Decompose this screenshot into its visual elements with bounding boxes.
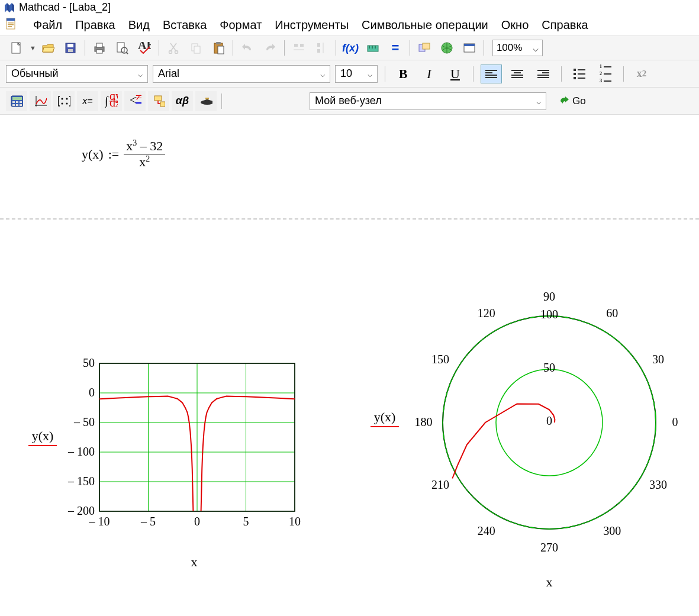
separator bbox=[159, 40, 159, 56]
new-button[interactable] bbox=[6, 38, 27, 57]
svg-rect-22 bbox=[218, 46, 224, 54]
function-button[interactable]: f(x) bbox=[340, 38, 361, 57]
go-arrow-icon bbox=[559, 96, 570, 106]
print-preview-button[interactable] bbox=[111, 38, 133, 57]
svg-text:210: 210 bbox=[431, 478, 449, 491]
menubar: Файл Правка Вид Вставка Формат Инструмен… bbox=[0, 15, 699, 36]
calculus-palette-button[interactable]: ∫dydx bbox=[101, 91, 122, 111]
chevron-down-icon: ⌵ bbox=[368, 69, 372, 79]
svg-text:270: 270 bbox=[540, 541, 558, 554]
menu-symbolics[interactable]: Символьные операции bbox=[362, 18, 488, 32]
svg-point-17 bbox=[175, 51, 178, 54]
open-button[interactable] bbox=[37, 38, 59, 57]
separator bbox=[336, 40, 336, 56]
evaluation-palette-button[interactable]: x= bbox=[77, 91, 98, 111]
document-icon bbox=[5, 17, 18, 33]
undo-button[interactable] bbox=[237, 38, 258, 57]
underline-button[interactable]: U bbox=[444, 64, 466, 83]
svg-rect-3 bbox=[8, 24, 14, 25]
zoom-combo[interactable]: 100% ⌵ bbox=[492, 40, 543, 56]
align-right-button[interactable] bbox=[533, 64, 554, 83]
svg-rect-30 bbox=[369, 46, 370, 49]
separator bbox=[623, 66, 624, 82]
number-list-button[interactable]: 123 bbox=[595, 64, 616, 83]
menu-help[interactable]: Справка bbox=[542, 18, 588, 32]
svg-text:5: 5 bbox=[243, 515, 249, 528]
worksheet[interactable]: y(x) := x3 – 32 x2 y(x) 500– 50– 100– 15… bbox=[0, 115, 699, 576]
menu-insert[interactable]: Вставка bbox=[163, 18, 207, 32]
insert-component-button[interactable] bbox=[459, 38, 480, 57]
svg-rect-7 bbox=[67, 44, 73, 47]
font-size-combo[interactable]: 10 ⌵ bbox=[335, 65, 378, 83]
svg-point-50 bbox=[62, 102, 63, 104]
svg-text:– 5: – 5 bbox=[140, 515, 156, 528]
align-center-button[interactable] bbox=[507, 64, 528, 83]
boolean-palette-button[interactable]: <≠ bbox=[124, 91, 146, 111]
component-button[interactable] bbox=[414, 38, 435, 57]
toolbar-math: x= ∫dydx <≠ αβ Мой веб-узел ⌵ Go bbox=[0, 88, 699, 115]
separator bbox=[233, 40, 233, 56]
svg-text:dx: dx bbox=[109, 96, 118, 108]
calculate-button[interactable]: = bbox=[385, 38, 406, 57]
svg-rect-10 bbox=[96, 43, 102, 47]
symbolic-palette-button[interactable] bbox=[195, 91, 217, 111]
xy-plot-xlabel: x bbox=[58, 554, 330, 570]
separator bbox=[561, 66, 562, 82]
svg-text:50: 50 bbox=[543, 361, 555, 374]
svg-text:– 50: – 50 bbox=[73, 415, 95, 428]
svg-rect-41 bbox=[16, 101, 18, 103]
web-address-combo[interactable]: Мой веб-узел ⌵ bbox=[310, 92, 546, 110]
svg-text:60: 60 bbox=[606, 307, 618, 320]
svg-text:∫: ∫ bbox=[105, 94, 109, 108]
style-combo[interactable]: Обычный ⌵ bbox=[6, 65, 148, 83]
xy-plot-region[interactable]: y(x) 500– 50– 100– 150– 200– 10– 50510 x bbox=[58, 357, 330, 570]
align-horizontal-button[interactable] bbox=[288, 38, 310, 57]
svg-rect-62 bbox=[205, 98, 209, 99]
menu-tools[interactable]: Инструменты bbox=[275, 18, 349, 32]
svg-text:0: 0 bbox=[194, 515, 200, 528]
superscript-button[interactable]: x2 bbox=[631, 64, 652, 83]
reference-button[interactable] bbox=[436, 38, 458, 57]
new-dropdown-icon[interactable]: ▼ bbox=[28, 44, 36, 51]
italic-button[interactable]: I bbox=[418, 64, 440, 83]
polar-plot-region[interactable]: y(x) 03060901201501802102402703003300501… bbox=[401, 275, 697, 590]
print-button[interactable] bbox=[89, 38, 110, 57]
matrix-palette-button[interactable] bbox=[53, 91, 75, 111]
paste-button[interactable] bbox=[208, 38, 229, 57]
cut-button[interactable] bbox=[163, 38, 184, 57]
menu-format[interactable]: Формат bbox=[220, 18, 262, 32]
go-button[interactable]: Go bbox=[555, 93, 591, 109]
greek-palette-button[interactable]: αβ bbox=[172, 91, 193, 111]
svg-rect-32 bbox=[375, 46, 376, 49]
copy-button[interactable] bbox=[185, 38, 207, 57]
svg-rect-60 bbox=[160, 102, 165, 107]
legend-line-icon bbox=[28, 445, 57, 446]
units-button[interactable] bbox=[362, 38, 384, 57]
toolbar-standard: ▼ ABC f(x) = bbox=[0, 36, 699, 60]
save-button[interactable] bbox=[60, 38, 81, 57]
menu-view[interactable]: Вид bbox=[128, 18, 150, 32]
font-combo[interactable]: Arial ⌵ bbox=[153, 65, 330, 83]
svg-rect-45 bbox=[20, 104, 22, 106]
align-vertical-button[interactable] bbox=[311, 38, 332, 57]
svg-text:10: 10 bbox=[289, 515, 301, 528]
calculator-palette-button[interactable] bbox=[6, 91, 27, 111]
svg-rect-21 bbox=[216, 42, 221, 44]
menu-edit[interactable]: Правка bbox=[75, 18, 115, 32]
bold-button[interactable]: B bbox=[392, 64, 414, 83]
svg-text:150: 150 bbox=[431, 353, 449, 366]
graph-palette-button[interactable] bbox=[30, 91, 51, 111]
programming-palette-button[interactable] bbox=[148, 91, 169, 111]
svg-rect-43 bbox=[12, 104, 15, 106]
redo-button[interactable] bbox=[259, 38, 281, 57]
xy-plot-ylabel: y(x) bbox=[32, 428, 54, 443]
svg-rect-8 bbox=[68, 49, 73, 52]
menu-file[interactable]: Файл bbox=[33, 18, 62, 32]
bullet-list-button[interactable] bbox=[569, 64, 590, 83]
formula-region[interactable]: y(x) := x3 – 32 x2 bbox=[82, 138, 165, 170]
svg-text:50: 50 bbox=[83, 357, 95, 369]
menu-window[interactable]: Окно bbox=[501, 18, 529, 32]
spellcheck-button[interactable]: ABC bbox=[134, 38, 155, 57]
svg-rect-19 bbox=[194, 46, 200, 53]
align-left-button[interactable] bbox=[481, 64, 502, 83]
